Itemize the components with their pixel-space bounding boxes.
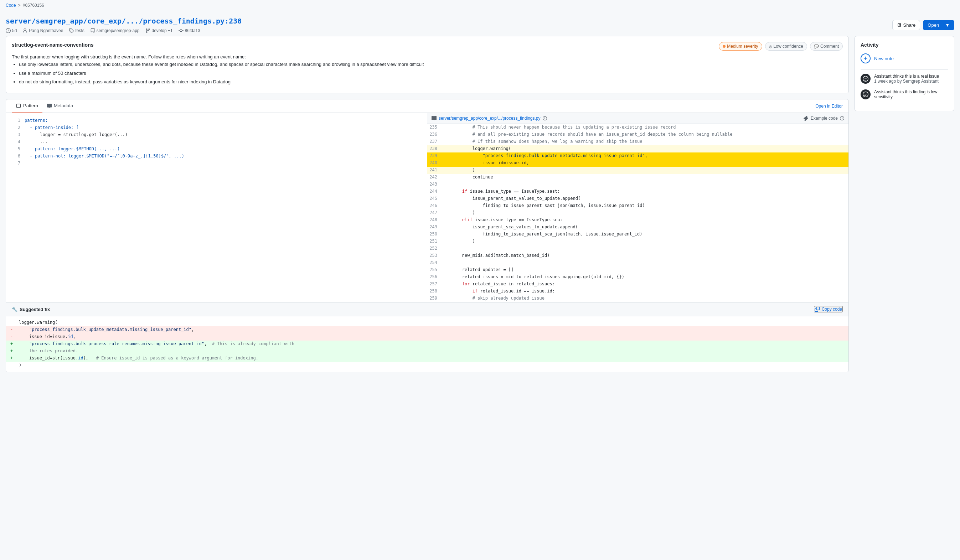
severity-label: Medium severity (727, 44, 758, 49)
assistant-avatar-2 (861, 90, 870, 99)
meta-branch: develop +1 (146, 28, 173, 33)
confidence-label: Low confidence (774, 44, 803, 49)
your-code-half: server/semgrep_app/core_exp/.../process_… (427, 113, 848, 302)
code-line: 250 finding_to_issue_parent_sca_json(mat… (427, 231, 848, 238)
code-line: 252 (427, 245, 848, 252)
confidence-badge: ◎ Low confidence (765, 42, 807, 51)
rule-description: The first parameter when logging with st… (12, 53, 843, 86)
code-line: 249 issue_parent_sca_values_to_update.ap… (427, 224, 848, 231)
tab-metadata[interactable]: Metadata (42, 99, 77, 112)
comment-label: Comment (820, 44, 839, 49)
open-label: Open (928, 22, 939, 28)
activity-time-1: 1 week ago by Semgrep Assistant (874, 79, 948, 84)
severity-dot (723, 45, 725, 48)
fix-line: + "process_findings.bulk_process_rule_re… (6, 341, 848, 348)
suggested-fix-title: 🔧 Suggested fix (12, 307, 50, 312)
meta-tag-value: tests (75, 28, 84, 33)
code-sub-header: server/semgrep_app/core_exp/.../process_… (427, 113, 848, 124)
robot-icon-1 (863, 76, 869, 82)
code-line: 248 elif issue.issue_type == IssueType.s… (427, 217, 848, 224)
code-tabs: Pattern Metadata Open in Editor (6, 99, 848, 113)
svg-rect-0 (17, 104, 21, 107)
meta-author: Pang Nganthavee (22, 28, 63, 33)
code-line: 243 (427, 181, 848, 188)
code-panel: 1 patterns: 2 - pattern-inside: [ 3 logg… (6, 113, 848, 302)
divider (861, 69, 948, 69)
file-path-link[interactable]: server/semgrep_app/core_exp/.../process_… (438, 116, 541, 121)
activity-item-1: Assistant thinks this is a real issue 1 … (861, 74, 948, 84)
robot-icon-2 (863, 91, 869, 97)
meta-tag: tests (69, 28, 84, 33)
meta-author-value: Pang Nganthavee (29, 28, 63, 33)
code-line: 253 new_mids.add(match.match_based_id) (427, 252, 848, 259)
new-note-button[interactable]: New note (874, 56, 894, 61)
pattern-icon (16, 103, 21, 108)
activity-content-1: Assistant thinks this is a real issue 1 … (874, 74, 948, 84)
fix-code: logger.warning( - "process_findings.bulk… (6, 316, 848, 372)
page-header: server/semgrep_app/core_exp/.../process_… (0, 11, 960, 36)
plus-icon (863, 56, 868, 61)
activity-content-2: Assistant thinks this finding is low sen… (874, 90, 948, 99)
rule-title: structlog-event-name-conventions (12, 42, 93, 48)
fix-line: logger.warning( (6, 319, 848, 326)
metadata-icon (47, 103, 52, 108)
rule-header: structlog-event-name-conventions Medium … (12, 42, 843, 51)
open-in-editor-link[interactable]: Open in Editor (815, 104, 843, 109)
rule-item-2: use a maximum of 50 characters (19, 70, 843, 77)
code-section: Pattern Metadata Open in Editor 1 patte (6, 99, 849, 372)
meta-branch-value: develop +1 (152, 28, 173, 33)
tab-pattern[interactable]: Pattern (12, 99, 42, 112)
meta-time-value: 5d (12, 28, 17, 33)
top-bar: Code > #65760156 (0, 0, 960, 11)
code-line: 255 related_updates = [] (427, 266, 848, 274)
code-line: 251 ) (427, 238, 848, 245)
comment-icon: 💬 (814, 44, 819, 49)
share-label: Share (903, 22, 916, 28)
meta-commit: 86fda13 (179, 28, 200, 33)
tab-pattern-label: Pattern (23, 103, 38, 108)
page-title: server/semgrep_app/core_exp/.../process_… (6, 17, 242, 25)
code-line: 7 (10, 160, 422, 167)
rule-badges: Medium severity ◎ Low confidence 💬 Comme… (719, 42, 843, 51)
info-icon (543, 116, 547, 120)
confidence-icon: ◎ (769, 45, 772, 48)
open-button[interactable]: Open ▼ (923, 20, 954, 30)
code-line: 6 - pattern-not: logger.$METHOD("=~/^[0-… (10, 153, 422, 160)
repo-icon (90, 28, 95, 33)
activity-text-1: Assistant thinks this is a real issue (874, 74, 948, 79)
right-panel: Activity New note Assistant thinks this … (854, 36, 954, 372)
code-line: 235 # This should never happen because t… (427, 124, 848, 131)
pattern-code: 1 patterns: 2 - pattern-inside: [ 3 logg… (6, 113, 427, 171)
example-code-icon (803, 116, 808, 121)
fix-line: ) (6, 362, 848, 369)
tag-icon (69, 28, 74, 33)
code-line: 245 issue_parent_sast_values_to_update.a… (427, 195, 848, 202)
share-icon (897, 22, 902, 27)
breadcrumb-sep: > (18, 3, 21, 8)
header-actions: Share Open ▼ (892, 20, 954, 30)
code-line-238: 238 logger.warning( (427, 146, 848, 152)
activity-card: Activity New note Assistant thinks this … (854, 36, 954, 111)
code-line-239: 239 "process_findings.bulk_update_metada… (427, 152, 848, 160)
rule-card: structlog-event-name-conventions Medium … (6, 36, 849, 93)
code-line: 244 if issue.issue_type == IssueType.sas… (427, 188, 848, 195)
example-code-label: Example code (811, 116, 838, 121)
your-code-block: 235 # This should never happen because t… (427, 124, 848, 302)
code-icon (432, 116, 437, 121)
suggested-fix-label: Suggested fix (19, 307, 50, 312)
comment-badge[interactable]: 💬 Comment (810, 42, 843, 51)
new-note-item: New note (861, 53, 948, 63)
code-link[interactable]: Code (6, 3, 16, 8)
activity-text-2: Assistant thinks this finding is low sen… (874, 90, 948, 99)
activity-item-2: Assistant thinks this finding is low sen… (861, 90, 948, 99)
new-note-content: New note (874, 53, 894, 63)
fix-line: - issue_id=issue.id, (6, 333, 848, 341)
commit-icon (179, 28, 184, 33)
assistant-avatar-1 (861, 74, 870, 84)
share-button[interactable]: Share (892, 20, 920, 30)
person-icon (22, 28, 27, 33)
code-line: 247 ) (427, 210, 848, 217)
code-line: 258 if related_issue.id == issue.id: (427, 288, 848, 295)
code-line-240: 240 issue_id=issue.id, (427, 160, 848, 167)
copy-code-button[interactable]: Copy code (814, 306, 843, 312)
